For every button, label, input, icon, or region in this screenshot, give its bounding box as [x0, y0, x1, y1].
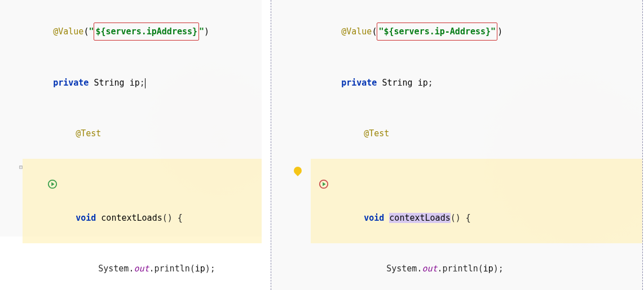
right-ide-pane: @Value("${servers.ip-Address}") private …: [271, 0, 643, 290]
annotation: @Value: [53, 26, 83, 37]
svg-marker-1: [51, 182, 54, 186]
annotation: @Value: [341, 26, 372, 37]
text-cursor: [145, 78, 145, 88]
property-value-box: ${servers.ipAddress}: [94, 23, 199, 41]
right-code-editor[interactable]: @Value("${servers.ip-Address}") private …: [271, 0, 642, 290]
fold-icon[interactable]: ⊟: [19, 164, 23, 170]
left-code-editor[interactable]: @Value("${servers.ipAddress}") private S…: [0, 0, 262, 290]
run-gutter-icon[interactable]: [278, 161, 289, 172]
intention-bulb-icon[interactable]: [294, 163, 302, 180]
run-gutter-icon[interactable]: [7, 161, 18, 172]
property-value-box: "${servers.ip-Address}": [377, 23, 497, 41]
svg-marker-3: [323, 182, 325, 186]
left-ide-pane: @Value("${servers.ipAddress}") private S…: [0, 0, 262, 237]
